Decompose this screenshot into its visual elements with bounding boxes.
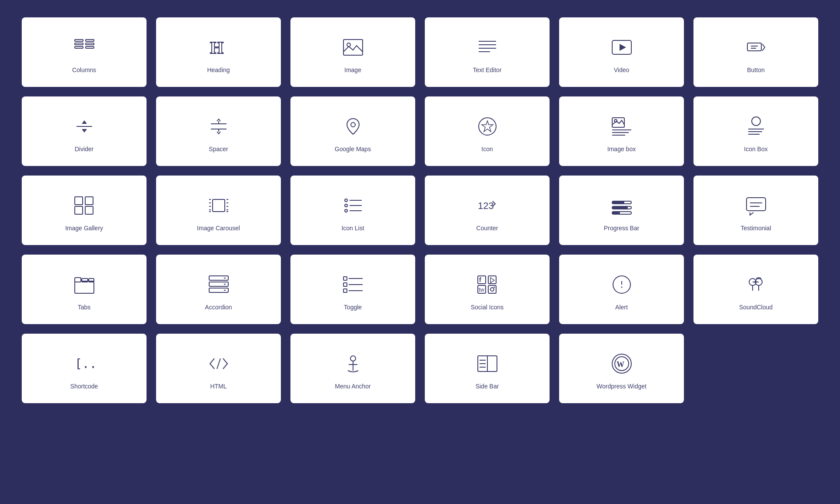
- widget-card-text-editor[interactable]: Text Editor: [425, 17, 550, 87]
- google-maps-icon: [341, 114, 365, 139]
- progress-bar-icon: [610, 193, 634, 218]
- shortcode-label: Shortcode: [70, 383, 98, 390]
- widget-card-testimonial[interactable]: Testimonial: [693, 176, 818, 245]
- svg-rect-38: [85, 197, 93, 205]
- soundcloud-icon: [744, 272, 768, 297]
- widget-card-html[interactable]: HTML: [156, 334, 281, 403]
- svg-rect-69: [75, 278, 81, 282]
- progress-bar-label: Progress Bar: [604, 225, 640, 232]
- widget-card-social-icons[interactable]: f tw Social Icons: [425, 255, 550, 324]
- google-maps-label: Google Maps: [335, 146, 371, 153]
- widget-card-alert[interactable]: Alert: [559, 255, 684, 324]
- widget-card-icon[interactable]: Icon: [425, 96, 550, 166]
- widget-card-counter[interactable]: 123 Counter: [425, 176, 550, 245]
- svg-marker-20: [82, 129, 87, 133]
- svg-point-52: [345, 199, 347, 202]
- social-icons-label: Social Icons: [471, 304, 503, 311]
- toggle-label: Toggle: [344, 304, 362, 311]
- widget-card-image-gallery[interactable]: Image Gallery: [22, 176, 147, 245]
- alert-label: Alert: [615, 304, 628, 311]
- image-gallery-label: Image Gallery: [65, 225, 103, 232]
- text-editor-icon: [475, 35, 500, 60]
- svg-text:W: W: [617, 360, 624, 369]
- svg-rect-64: [612, 212, 620, 214]
- video-icon: [610, 35, 634, 60]
- svg-point-95: [621, 287, 622, 288]
- icon-list-label: Icon List: [341, 225, 364, 232]
- image-gallery-icon: [72, 193, 97, 218]
- columns-label: Columns: [72, 66, 96, 73]
- widget-card-image-carousel[interactable]: Image Carousel: [156, 176, 281, 245]
- widget-card-icon-box[interactable]: Icon Box: [693, 96, 818, 166]
- widget-card-divider[interactable]: Divider: [22, 96, 147, 166]
- svg-rect-15: [747, 43, 761, 51]
- widget-card-google-maps[interactable]: Google Maps: [290, 96, 415, 166]
- alert-icon: [610, 272, 634, 297]
- svg-rect-40: [85, 206, 93, 214]
- svg-rect-1: [75, 43, 83, 45]
- image-carousel-label: Image Carousel: [197, 225, 240, 232]
- widget-card-columns[interactable]: Columns: [22, 17, 147, 87]
- svg-point-33: [752, 117, 760, 126]
- svg-rect-60: [612, 201, 624, 204]
- menu-anchor-label: Menu Anchor: [335, 383, 371, 390]
- svg-rect-41: [213, 199, 225, 212]
- widget-card-image-box[interactable]: Image box: [559, 96, 684, 166]
- svg-text:123: 123: [478, 200, 494, 211]
- counter-icon: 123: [475, 193, 500, 218]
- widget-card-toggle[interactable]: Toggle: [290, 255, 415, 324]
- widget-card-spacer[interactable]: Spacer: [156, 96, 281, 166]
- svg-marker-19: [82, 120, 87, 124]
- svg-line-102: [217, 358, 220, 369]
- soundcloud-label: SoundCloud: [739, 304, 773, 311]
- widget-card-shortcode[interactable]: [...] Shortcode: [22, 334, 147, 403]
- svg-rect-78: [343, 277, 347, 280]
- svg-rect-86: [488, 276, 496, 284]
- html-label: HTML: [210, 383, 227, 390]
- columns-icon: [72, 35, 97, 60]
- icon-list-icon: [341, 193, 365, 218]
- tabs-label: Tabs: [78, 304, 91, 311]
- divider-label: Divider: [75, 146, 94, 153]
- svg-rect-2: [75, 46, 83, 48]
- social-icons-icon: f tw: [475, 272, 500, 297]
- html-icon: [207, 351, 231, 376]
- widget-card-menu-anchor[interactable]: Menu Anchor: [290, 334, 415, 403]
- svg-rect-39: [75, 206, 83, 214]
- widget-card-accordion[interactable]: Accordion: [156, 255, 281, 324]
- widget-card-wordpress-widget[interactable]: W Wordpress Widget: [559, 334, 684, 403]
- widget-card-icon-list[interactable]: Icon List: [290, 176, 415, 245]
- icon-icon: [475, 114, 500, 139]
- widget-card-tabs[interactable]: Tabs: [22, 255, 147, 324]
- widget-card-button[interactable]: Button: [693, 17, 818, 87]
- image-carousel-icon: [207, 193, 231, 218]
- testimonial-label: Testimonial: [740, 225, 771, 232]
- svg-rect-68: [75, 281, 94, 293]
- widget-grid: Columns H Heading Image Text Editor Vide…: [22, 17, 818, 403]
- spacer-label: Spacer: [209, 146, 228, 153]
- widget-card-heading[interactable]: H Heading: [156, 17, 281, 87]
- svg-rect-80: [343, 283, 347, 286]
- svg-rect-37: [75, 197, 83, 205]
- svg-rect-90: [488, 285, 496, 293]
- svg-rect-0: [75, 40, 83, 41]
- svg-text:[...]: [...]: [75, 357, 97, 371]
- widget-card-side-bar[interactable]: Side Bar: [425, 334, 550, 403]
- wordpress-widget-label: Wordpress Widget: [597, 383, 647, 390]
- widget-card-soundcloud[interactable]: SoundCloud: [693, 255, 818, 324]
- widget-card-progress-bar[interactable]: Progress Bar: [559, 176, 684, 245]
- shortcode-icon: [...]: [72, 351, 97, 376]
- heading-icon: H: [207, 35, 231, 60]
- text-editor-label: Text Editor: [473, 66, 501, 73]
- toggle-icon: [341, 272, 365, 297]
- side-bar-icon: [475, 351, 500, 376]
- accordion-icon: [207, 272, 231, 297]
- svg-point-103: [350, 356, 356, 361]
- image-icon: [341, 35, 365, 60]
- spacer-icon: [207, 114, 231, 139]
- divider-icon: [72, 114, 97, 139]
- widget-card-video[interactable]: Video: [559, 17, 684, 87]
- widget-card-image[interactable]: Image: [290, 17, 415, 87]
- svg-rect-7: [343, 40, 363, 55]
- icon-box-icon: [744, 114, 768, 139]
